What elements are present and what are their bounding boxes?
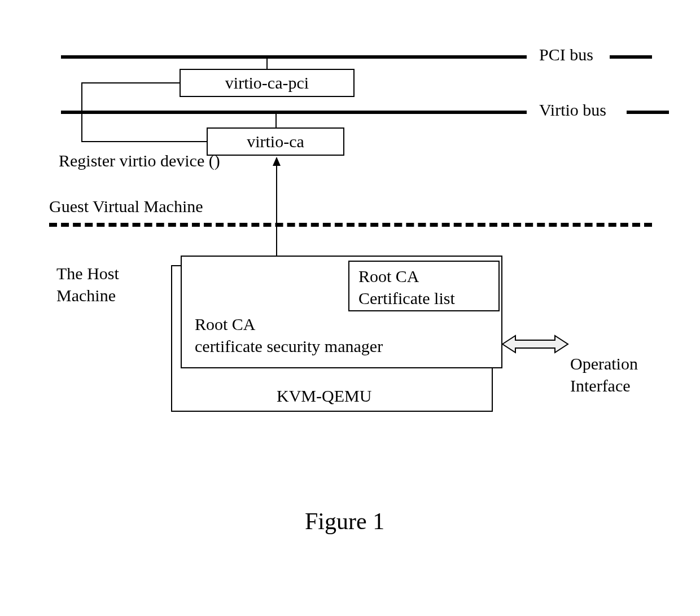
root-ca-manager-label: Root CA certificate security manager — [195, 313, 383, 357]
pci-bus-label: PCI bus — [539, 45, 593, 64]
pci-bus-legend-line — [610, 55, 652, 59]
architecture-diagram: PCI bus Virtio bus virtio-ca-pci Registe… — [0, 0, 700, 616]
register-connector-top-h — [81, 82, 180, 83]
host-machine-label: The Host Machine — [56, 262, 119, 306]
vertical-arrow-shaft — [276, 164, 277, 259]
arrowhead-up — [273, 157, 281, 166]
virtio-ca-box: virtio-ca — [207, 127, 344, 156]
virtio-ca-pci-box: virtio-ca-pci — [180, 69, 355, 97]
kvm-qemu-label: KVM-QEMU — [277, 386, 371, 406]
virtio-bus-legend-line — [627, 111, 669, 114]
operation-interface-arrow — [501, 333, 569, 355]
virtio-bus-line — [61, 111, 527, 114]
register-connector-v — [81, 82, 82, 141]
svg-marker-0 — [502, 336, 568, 353]
virtio-ca-pci-label: virtio-ca-pci — [225, 73, 309, 93]
virtio-ca-label: virtio-ca — [247, 132, 304, 151]
connector-virtio-to-box — [275, 114, 277, 127]
guest-host-separator — [49, 223, 652, 227]
guest-vm-label: Guest Virtual Machine — [49, 197, 203, 216]
register-connector-bottom-h — [81, 141, 207, 142]
operation-interface-label: Operation Interface — [570, 353, 638, 397]
figure-caption: Figure 1 — [305, 508, 384, 535]
virtio-bus-label: Virtio bus — [539, 100, 606, 120]
root-ca-cert-list-label: Root CA Certificate list — [358, 265, 455, 309]
register-device-label: Register virtio device () — [59, 151, 220, 170]
connector-pci-to-box — [266, 59, 268, 70]
pci-bus-line — [61, 55, 527, 59]
